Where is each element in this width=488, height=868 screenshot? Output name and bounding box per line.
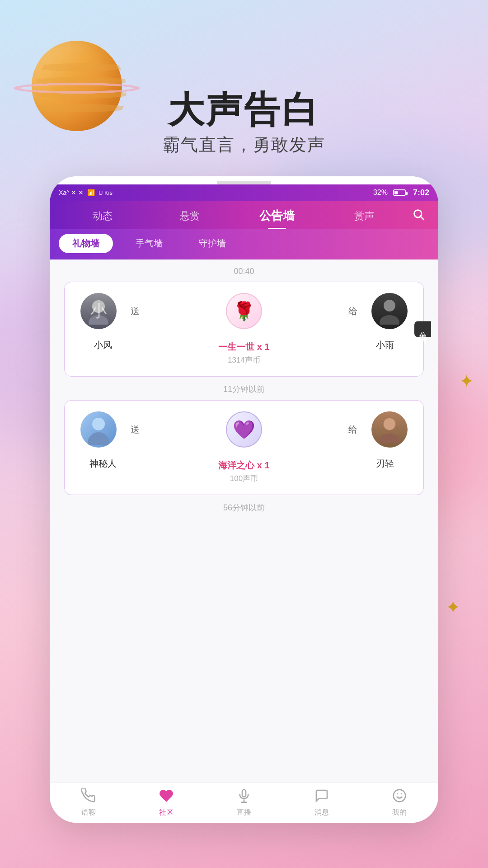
time-divider-3: 56分钟以前 (50, 495, 438, 519)
phone-mockup: Xaᴬ ✕ ✕ 📶 U Kis 32% 7:02 动态 悬赏 公告墙 赏声 礼物… (50, 176, 438, 823)
carrier-text: Xaᴬ ✕ ✕ (59, 189, 84, 196)
time-divider-2: 11分钟以前 (50, 377, 438, 400)
wifi-icon: 📶 (87, 189, 95, 196)
subtab-guard-wall[interactable]: 守护墙 (185, 234, 239, 253)
gift-2-name: 海洋之心 x 1 (128, 459, 360, 472)
svg-point-8 (384, 418, 395, 430)
sender-2-name: 神秘人 (78, 458, 128, 470)
receiver-1-avatar (371, 293, 408, 329)
hero-title: 大声告白 (0, 86, 488, 135)
tab-gonggaoqiang[interactable]: 公告墙 (233, 208, 320, 229)
sender-1 (74, 293, 123, 329)
gift-center-2: 💜 (147, 411, 341, 448)
tab-xuanshang[interactable]: 悬赏 (146, 209, 233, 228)
bottom-nav-shequ[interactable]: 社区 (127, 788, 205, 817)
gift-1-name: 一生一世 x 1 (128, 341, 360, 353)
face-icon (392, 788, 407, 806)
gift-card-2: 送 💜 给 (64, 400, 424, 495)
names-row-1: 小风 一生一世 x 1 1314声币 小雨 (74, 335, 414, 365)
gift-center-1: 🌹 (147, 293, 341, 329)
bottom-nav-zhibo[interactable]: 直播 (205, 788, 283, 817)
gift-card-2-wrap: 送 💜 给 (57, 400, 431, 495)
svg-line-1 (421, 217, 423, 219)
side-label[interactable]: 公告墙说明 (414, 321, 431, 337)
nav-label-zhibo: 直播 (237, 808, 251, 817)
gift-info-2: 海洋之心 x 1 100声币 (128, 459, 360, 484)
nav-label-xiaoxi: 消息 (314, 808, 329, 817)
give-label-1: 给 (341, 305, 365, 317)
carrier-code: U Kis (99, 189, 113, 196)
star-decoration-1: ✦ (459, 371, 474, 392)
search-button[interactable] (408, 208, 429, 229)
heart-icon (159, 788, 174, 806)
sender-2-avatar (80, 411, 117, 448)
content-area: 00:40 (50, 259, 438, 782)
subtab-gift-wall[interactable]: 礼物墙 (59, 234, 113, 253)
names-row-2: 神秘人 海洋之心 x 1 100声币 刃轻 (74, 453, 414, 484)
svg-point-4 (384, 300, 395, 311)
subtab-luck-wall[interactable]: 手气墙 (122, 234, 176, 253)
receiver-1-name: 小雨 (360, 339, 410, 351)
gift-row-2: 送 💜 给 (74, 411, 414, 448)
sender-1-name: 小风 (78, 339, 128, 351)
receiver-2 (365, 411, 414, 448)
phone-notch (217, 181, 271, 184)
svg-point-5 (380, 315, 399, 325)
gift-icon-1: 🌹 (226, 293, 262, 329)
gift-info-1: 一生一世 x 1 1314声币 (128, 341, 360, 365)
receiver-2-avatar (371, 411, 408, 448)
time-display: 7:02 (413, 188, 429, 198)
tab-dongtai[interactable]: 动态 (59, 209, 146, 228)
nav-label-yuljiao: 语聊 (81, 808, 96, 817)
bottom-nav-yuljiao[interactable]: 语聊 (50, 788, 127, 817)
svg-rect-9 (242, 789, 246, 797)
status-left: Xaᴬ ✕ ✕ 📶 U Kis (59, 189, 113, 196)
battery-percent: 32% (373, 189, 388, 197)
bottom-nav-xiaoxi[interactable]: 消息 (283, 788, 361, 817)
svg-point-2 (92, 300, 105, 313)
battery-icon (393, 189, 406, 196)
hero-subtitle: 霸气直言，勇敢发声 (0, 133, 488, 156)
gift-row-1: 送 🌹 给 (74, 293, 414, 329)
receiver-1 (365, 293, 414, 329)
time-divider-1: 00:40 (50, 259, 438, 282)
phone-icon (81, 788, 96, 806)
send-label-2: 送 (123, 424, 147, 436)
nav-tabs: 动态 悬赏 公告墙 赏声 (50, 201, 438, 229)
gift-icon-2: 💜 (226, 411, 262, 448)
svg-point-12 (394, 789, 406, 802)
status-bar: Xaᴬ ✕ ✕ 📶 U Kis 32% 7:02 (50, 184, 438, 201)
bottom-nav: 语聊 社区 直播 (50, 782, 438, 823)
gift-1-coins: 1314声币 (128, 355, 360, 365)
chat-icon (314, 788, 329, 806)
bottom-nav-wode[interactable]: 我的 (361, 788, 438, 817)
receiver-2-name: 刃轻 (360, 458, 410, 470)
tab-shangsheng[interactable]: 赏声 (320, 209, 408, 228)
phone-top (50, 176, 438, 184)
gift-2-coins: 100声币 (128, 473, 360, 484)
gift-card-1-wrap: 送 🌹 给 (57, 282, 431, 377)
star-decoration-2: ✦ (446, 597, 461, 618)
give-label-2: 给 (341, 424, 365, 436)
sub-tabs: 礼物墙 手气墙 守护墙 (50, 229, 438, 259)
mic-icon (237, 788, 251, 806)
svg-point-7 (380, 434, 399, 443)
sender-2 (74, 411, 123, 448)
gift-card-1: 送 🌹 给 (64, 282, 424, 377)
sender-1-avatar (80, 293, 117, 329)
status-right: 32% 7:02 (373, 188, 429, 198)
nav-label-wode: 我的 (392, 808, 407, 817)
send-label-1: 送 (123, 305, 147, 317)
svg-point-3 (89, 315, 108, 325)
nav-label-shequ: 社区 (159, 808, 174, 817)
